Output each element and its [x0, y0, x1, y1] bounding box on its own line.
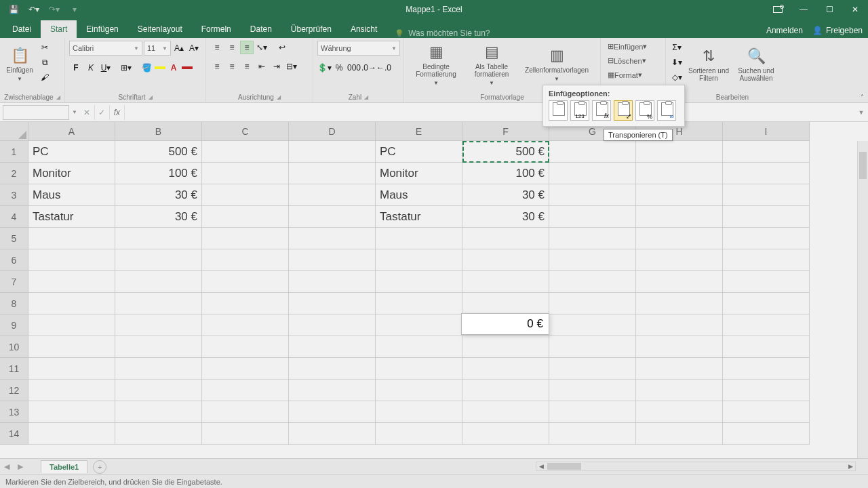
- wrap-text-icon[interactable]: ↩: [275, 41, 289, 54]
- cell[interactable]: Maus: [28, 184, 115, 206]
- sheet-tab[interactable]: Tabelle1: [41, 460, 87, 473]
- find-select-button[interactable]: 🔍Suchen und Auswählen: [734, 41, 778, 88]
- row-header[interactable]: 14: [0, 423, 28, 445]
- maximize-button[interactable]: ☐: [816, 0, 842, 19]
- decrease-font-icon[interactable]: A▾: [187, 41, 201, 55]
- paste-option-values[interactable]: 123: [570, 100, 589, 121]
- column-header[interactable]: B: [115, 122, 202, 141]
- cell[interactable]: 500 €: [115, 141, 202, 163]
- conditional-formatting-button[interactable]: ▦Bedingte Formatierung▼: [408, 41, 464, 88]
- row-header[interactable]: 8: [0, 293, 28, 314]
- save-icon[interactable]: 💾: [4, 2, 23, 17]
- align-bottom-icon[interactable]: ≡: [240, 41, 254, 54]
- row-headers[interactable]: 1 2 3 4 5 6 7 8 9 10 11 12 13 14: [0, 141, 28, 458]
- paste-option-formatting[interactable]: %: [635, 100, 654, 121]
- bold-button[interactable]: F: [69, 61, 83, 75]
- align-top-icon[interactable]: ≡: [210, 41, 224, 54]
- cell[interactable]: [636, 163, 723, 184]
- tab-review[interactable]: Überprüfen: [281, 20, 341, 38]
- row-header[interactable]: 11: [0, 358, 28, 380]
- percent-format-icon[interactable]: %: [332, 61, 346, 75]
- clear-icon[interactable]: ◇▾: [670, 70, 684, 84]
- paste-option-transpose[interactable]: ⤢: [614, 100, 633, 121]
- cell[interactable]: [549, 163, 636, 184]
- share-button[interactable]: 👤 Freigeben: [812, 26, 863, 35]
- align-left-icon[interactable]: ≡: [210, 60, 224, 73]
- cells-insert-button[interactable]: ⊞ Einfügen ▾: [605, 41, 650, 52]
- minimize-button[interactable]: —: [791, 0, 816, 19]
- undo-icon[interactable]: ↶▾: [24, 2, 43, 17]
- tab-view[interactable]: Ansicht: [341, 20, 387, 38]
- decrease-indent-icon[interactable]: ⇤: [255, 60, 269, 73]
- sheet-nav-prev-icon[interactable]: ◀: [0, 462, 14, 471]
- fill-color-icon[interactable]: 🪣: [140, 61, 153, 75]
- format-as-table-button[interactable]: ▤Als Tabelle formatieren▼: [467, 41, 517, 88]
- fill-icon[interactable]: ⬇▾: [670, 56, 684, 69]
- column-header[interactable]: E: [376, 122, 462, 141]
- clipboard-launcher-icon[interactable]: ◢: [56, 94, 60, 100]
- column-headers[interactable]: A B C D E F G H I: [28, 122, 857, 141]
- cell[interactable]: 30 €: [462, 206, 549, 228]
- cell[interactable]: Tastatur: [28, 206, 115, 228]
- copy-icon[interactable]: ⧉: [38, 56, 52, 69]
- ribbon-display-icon[interactable]: [765, 0, 791, 19]
- new-sheet-button[interactable]: +: [93, 460, 106, 474]
- cell[interactable]: [202, 184, 289, 206]
- italic-button[interactable]: K: [84, 61, 98, 75]
- cells-format-button[interactable]: ▦ Format ▾: [605, 69, 645, 81]
- cell[interactable]: [636, 184, 723, 206]
- row-header[interactable]: 5: [0, 228, 28, 249]
- cell[interactable]: Tastatur: [376, 206, 462, 228]
- cell[interactable]: 500 €: [462, 141, 549, 163]
- paste-button[interactable]: 📋 Einfügen ▼: [4, 41, 35, 88]
- horizontal-scrollbar[interactable]: ◀▶: [536, 462, 856, 471]
- number-launcher-icon[interactable]: ◢: [364, 94, 368, 100]
- borders-icon[interactable]: ⊞▾: [119, 61, 133, 75]
- cell[interactable]: 30 €: [462, 184, 549, 206]
- cut-icon[interactable]: ✂: [38, 41, 52, 54]
- formula-input[interactable]: [125, 105, 854, 120]
- row-header[interactable]: 13: [0, 401, 28, 423]
- column-header[interactable]: A: [28, 122, 115, 141]
- column-header[interactable]: C: [202, 122, 289, 141]
- orientation-icon[interactable]: ⤡▾: [255, 41, 269, 54]
- font-family-combo[interactable]: Calibri▼: [69, 41, 142, 56]
- font-size-combo[interactable]: 11▼: [144, 41, 171, 56]
- redo-icon[interactable]: ↷▾: [45, 2, 64, 17]
- cell[interactable]: [636, 206, 723, 228]
- cell[interactable]: [723, 163, 810, 184]
- tab-formulas[interactable]: Formeln: [192, 20, 241, 38]
- increase-decimal-icon[interactable]: .0→: [362, 61, 376, 75]
- cell[interactable]: Maus: [376, 184, 462, 206]
- cell-styles-button[interactable]: ▥Zellenformatvorlagen▼: [519, 41, 594, 88]
- paste-option-formulas[interactable]: fx: [592, 100, 611, 121]
- cells-delete-button[interactable]: ⊟ Löschen ▾: [605, 55, 649, 66]
- tab-data[interactable]: Daten: [241, 20, 281, 38]
- cell[interactable]: [723, 141, 810, 163]
- cell[interactable]: [723, 206, 810, 228]
- cell[interactable]: 100 €: [462, 163, 549, 184]
- format-painter-icon[interactable]: 🖌: [38, 70, 52, 84]
- cell[interactable]: 30 €: [115, 184, 202, 206]
- cancel-formula-icon[interactable]: ✕: [80, 105, 95, 120]
- cell[interactable]: PC: [376, 141, 462, 163]
- font-color-icon[interactable]: A: [167, 61, 180, 75]
- name-box-dropdown-icon[interactable]: ▼: [69, 109, 80, 115]
- autosum-icon[interactable]: Σ▾: [670, 41, 684, 54]
- align-right-icon[interactable]: ≡: [240, 60, 254, 73]
- align-middle-icon[interactable]: ≡: [225, 41, 239, 54]
- signin-link[interactable]: Anmelden: [766, 26, 803, 35]
- column-header[interactable]: F: [462, 122, 549, 141]
- cell[interactable]: [289, 206, 376, 228]
- tab-home[interactable]: Start: [41, 20, 77, 38]
- row-header[interactable]: 1: [0, 141, 28, 163]
- cell[interactable]: [289, 141, 376, 163]
- cell[interactable]: Monitor: [376, 163, 462, 184]
- accounting-format-icon[interactable]: 💲▾: [317, 61, 331, 75]
- vertical-scrollbar[interactable]: [857, 141, 868, 458]
- row-header[interactable]: 7: [0, 271, 28, 293]
- select-all-button[interactable]: [0, 122, 28, 141]
- align-center-icon[interactable]: ≡: [225, 60, 239, 73]
- name-box[interactable]: [3, 105, 69, 120]
- ribbon-collapse-icon[interactable]: ˄: [861, 94, 864, 101]
